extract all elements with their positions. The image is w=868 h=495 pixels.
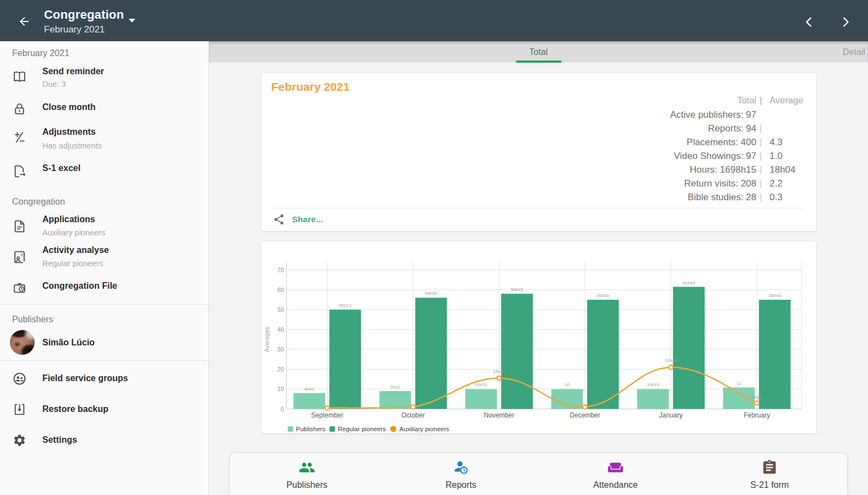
svg-text:40: 40 <box>277 326 284 333</box>
svg-text:11: 11 <box>737 381 741 386</box>
svg-text:55h45: 55h45 <box>768 293 781 298</box>
svg-text:Regular pioneers: Regular pioneers <box>338 426 386 432</box>
svg-text:61h43: 61h43 <box>683 280 695 285</box>
svg-text:February: February <box>744 411 770 419</box>
svg-text:50h13: 50h13 <box>339 303 351 308</box>
svg-text:2h50: 2h50 <box>752 395 762 400</box>
svg-text:Averages: Averages <box>263 326 270 352</box>
svg-text:15h47: 15h47 <box>493 369 506 374</box>
svg-text:10: 10 <box>277 386 284 392</box>
svg-text:Auxiliary pioneers: Auxiliary pioneers <box>399 426 449 432</box>
svg-text:55h50: 55h50 <box>425 291 438 296</box>
svg-text:September: September <box>311 411 344 419</box>
svg-text:10: 10 <box>564 382 569 387</box>
svg-text:58h25: 58h25 <box>511 287 524 292</box>
svg-text:30: 30 <box>277 346 284 353</box>
svg-text:50: 50 <box>277 306 284 313</box>
svg-text:8h41: 8h41 <box>304 387 314 392</box>
svg-text:December: December <box>570 411 600 419</box>
svg-text:9h12: 9h12 <box>391 384 400 389</box>
svg-text:January: January <box>659 411 683 419</box>
svg-text:21h15: 21h15 <box>665 358 678 363</box>
svg-text:Publishers: Publishers <box>296 426 326 432</box>
svg-text:60: 60 <box>277 287 284 293</box>
svg-text:55h56: 55h56 <box>597 293 609 298</box>
svg-text:10h19: 10h19 <box>647 382 660 387</box>
svg-text:10h21: 10h21 <box>475 382 488 387</box>
svg-text:20: 20 <box>277 366 284 372</box>
svg-text:70: 70 <box>277 267 284 273</box>
svg-text:October: October <box>402 411 425 419</box>
svg-text:0: 0 <box>281 406 284 413</box>
svg-text:November: November <box>484 411 514 419</box>
